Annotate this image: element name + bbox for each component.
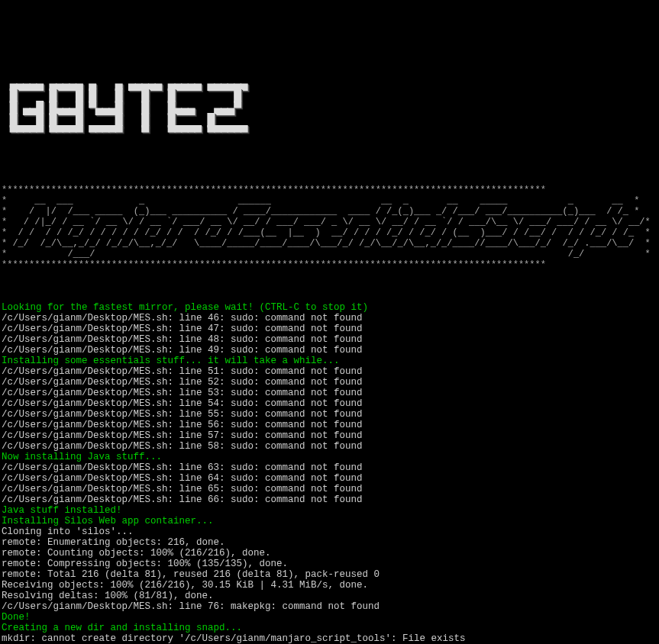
terminal-line: remote: Total 216 (delta 81), reused 216… — [0, 569, 659, 580]
terminal-line: /c/Users/gianm/Desktop/MES.sh: line 52: … — [0, 377, 659, 388]
terminal-line: Cloning into 'silos'... — [0, 526, 659, 537]
terminal-line: remote: Compressing objects: 100% (135/1… — [0, 559, 659, 569]
terminal-line: Creating a new dir and installing snapd.… — [0, 623, 659, 633]
terminal-line: /c/Users/gianm/Desktop/MES.sh: line 51: … — [0, 366, 659, 377]
terminal-line: Receiving objects: 100% (216/216), 30.15… — [0, 580, 659, 591]
terminal-line: Resolving deltas: 100% (81/81), done. — [0, 591, 659, 601]
terminal-window[interactable]: ▄▄▄▄▄ ▄▄▄▄▄ ▄ ▄ ▄▄▄▄▄ ▄▄▄▄▄ ▄▄▄▄▄▄ █ █ █… — [0, 43, 659, 644]
ascii-header: ****************************************… — [0, 185, 659, 270]
terminal-line: /c/Users/gianm/Desktop/MES.sh: line 54: … — [0, 398, 659, 409]
terminal-line: /c/Users/gianm/Desktop/MES.sh: line 64: … — [0, 473, 659, 484]
terminal-line: /c/Users/gianm/Desktop/MES.sh: line 57: … — [0, 430, 659, 441]
terminal-line: remote: Counting objects: 100% (216/216)… — [0, 548, 659, 559]
terminal-line: Done! — [0, 612, 659, 623]
terminal-line: mkdir: cannot create directory '/c/Users… — [0, 633, 659, 644]
terminal-line: /c/Users/gianm/Desktop/MES.sh: line 58: … — [0, 441, 659, 452]
terminal-line: Java stuff installed! — [0, 505, 659, 516]
terminal-line: Looking for the fastest mirror, please w… — [0, 302, 659, 313]
terminal-line: /c/Users/gianm/Desktop/MES.sh: line 63: … — [0, 462, 659, 473]
terminal-line: /c/Users/gianm/Desktop/MES.sh: line 46: … — [0, 313, 659, 324]
terminal-line: /c/Users/gianm/Desktop/MES.sh: line 65: … — [0, 484, 659, 494]
terminal-line: /c/Users/gianm/Desktop/MES.sh: line 49: … — [0, 345, 659, 356]
terminal-line: Installing Silos Web app container... — [0, 516, 659, 526]
terminal-line: /c/Users/gianm/Desktop/MES.sh: line 48: … — [0, 334, 659, 345]
terminal-line: /c/Users/gianm/Desktop/MES.sh: line 56: … — [0, 420, 659, 430]
terminal-line: Installing some essentials stuff... it w… — [0, 356, 659, 366]
terminal-line: /c/Users/gianm/Desktop/MES.sh: line 53: … — [0, 388, 659, 398]
terminal-line — [0, 291, 659, 302]
terminal-output: Looking for the fastest mirror, please w… — [0, 291, 659, 644]
terminal-line: /c/Users/gianm/Desktop/MES.sh: line 76: … — [0, 601, 659, 612]
terminal-line: Now installing Java stuff... — [0, 452, 659, 462]
logo-banner: ▄▄▄▄▄ ▄▄▄▄▄ ▄ ▄ ▄▄▄▄▄ ▄▄▄▄▄ ▄▄▄▄▄▄ █ █ █… — [0, 66, 659, 163]
terminal-line: remote: Enumerating objects: 216, done. — [0, 537, 659, 548]
terminal-line: /c/Users/gianm/Desktop/MES.sh: line 66: … — [0, 494, 659, 505]
terminal-line: /c/Users/gianm/Desktop/MES.sh: line 55: … — [0, 409, 659, 420]
terminal-line: /c/Users/gianm/Desktop/MES.sh: line 47: … — [0, 324, 659, 334]
